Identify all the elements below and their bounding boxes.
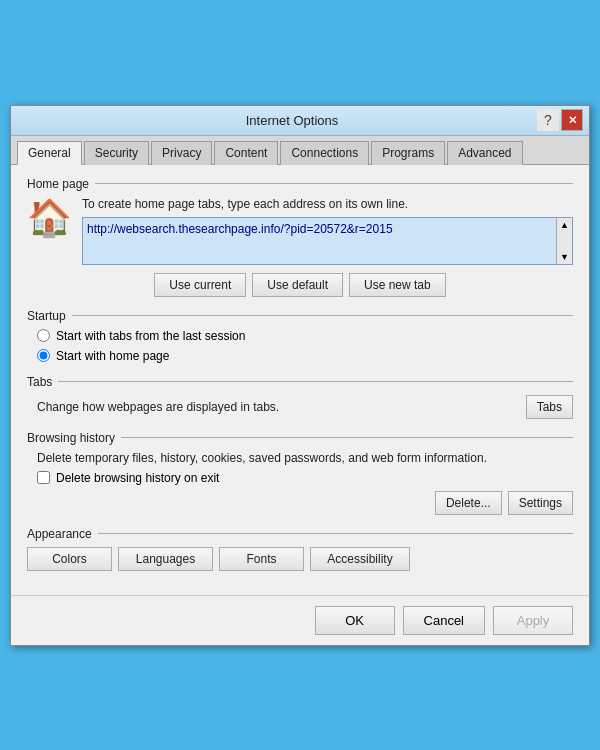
startup-radio-2[interactable] (37, 349, 50, 362)
appearance-title: Appearance (27, 527, 573, 541)
browsing-history-title: Browsing history (27, 431, 573, 445)
startup-option-2[interactable]: Start with home page (37, 349, 573, 363)
cancel-button[interactable]: Cancel (403, 606, 485, 635)
main-content: Home page 🏠 To create home page tabs, ty… (11, 165, 589, 595)
delete-history-checkbox[interactable] (37, 471, 50, 484)
startup-option-2-label: Start with home page (56, 349, 169, 363)
startup-options: Start with tabs from the last session St… (27, 329, 573, 363)
tabs-description: Change how webpages are displayed in tab… (37, 400, 279, 414)
home-page-desc: To create home page tabs, type each addr… (82, 197, 573, 211)
startup-option-1-label: Start with tabs from the last session (56, 329, 245, 343)
delete-history-checkbox-row: Delete browsing history on exit (27, 471, 573, 485)
tabs-section-title: Tabs (27, 375, 573, 389)
tab-security[interactable]: Security (84, 141, 149, 165)
tab-programs[interactable]: Programs (371, 141, 445, 165)
colors-button[interactable]: Colors (27, 547, 112, 571)
tab-content[interactable]: Content (214, 141, 278, 165)
ok-button[interactable]: OK (315, 606, 395, 635)
settings-button[interactable]: Settings (508, 491, 573, 515)
tabs-section: Tabs Change how webpages are displayed i… (27, 375, 573, 419)
browsing-history-section: Browsing history Delete temporary files,… (27, 431, 573, 515)
browsing-history-desc: Delete temporary files, history, cookies… (27, 451, 573, 465)
window-title: Internet Options (47, 113, 537, 128)
apply-button[interactable]: Apply (493, 606, 573, 635)
use-default-button[interactable]: Use default (252, 273, 343, 297)
use-current-button[interactable]: Use current (154, 273, 246, 297)
home-page-section: Home page 🏠 To create home page tabs, ty… (27, 177, 573, 297)
tab-advanced[interactable]: Advanced (447, 141, 522, 165)
startup-section: Startup Start with tabs from the last se… (27, 309, 573, 363)
tabs-row: Change how webpages are displayed in tab… (27, 395, 573, 419)
startup-option-1[interactable]: Start with tabs from the last session (37, 329, 573, 343)
title-bar: Internet Options ? ✕ (11, 106, 589, 136)
startup-title: Startup (27, 309, 573, 323)
home-page-buttons: Use current Use default Use new tab (27, 273, 573, 297)
scrollbar-vertical[interactable]: ▲ ▼ (556, 218, 572, 264)
window-controls: ? ✕ (537, 109, 583, 131)
languages-button[interactable]: Languages (118, 547, 213, 571)
url-box-wrapper: ▲ ▼ (82, 217, 573, 265)
tab-general[interactable]: General (17, 141, 82, 165)
appearance-buttons: Colors Languages Fonts Accessibility (27, 547, 573, 571)
tab-connections[interactable]: Connections (280, 141, 369, 165)
scroll-up-icon[interactable]: ▲ (558, 218, 571, 232)
url-input[interactable] (83, 218, 556, 264)
tabs-button[interactable]: Tabs (526, 395, 573, 419)
use-new-tab-button[interactable]: Use new tab (349, 273, 446, 297)
bottom-bar: OK Cancel Apply (11, 595, 589, 645)
close-button[interactable]: ✕ (561, 109, 583, 131)
tab-privacy[interactable]: Privacy (151, 141, 212, 165)
history-buttons: Delete... Settings (27, 491, 573, 515)
help-button[interactable]: ? (537, 109, 559, 131)
home-page-content: 🏠 To create home page tabs, type each ad… (27, 197, 573, 265)
startup-radio-1[interactable] (37, 329, 50, 342)
tab-bar: General Security Privacy Content Connect… (11, 136, 589, 165)
delete-history-label: Delete browsing history on exit (56, 471, 219, 485)
home-page-title: Home page (27, 177, 573, 191)
house-icon: 🏠 (27, 197, 72, 239)
delete-button[interactable]: Delete... (435, 491, 502, 515)
home-page-right: To create home page tabs, type each addr… (82, 197, 573, 265)
appearance-section: Appearance Colors Languages Fonts Access… (27, 527, 573, 571)
fonts-button[interactable]: Fonts (219, 547, 304, 571)
scroll-down-icon[interactable]: ▼ (558, 250, 571, 264)
accessibility-button[interactable]: Accessibility (310, 547, 410, 571)
